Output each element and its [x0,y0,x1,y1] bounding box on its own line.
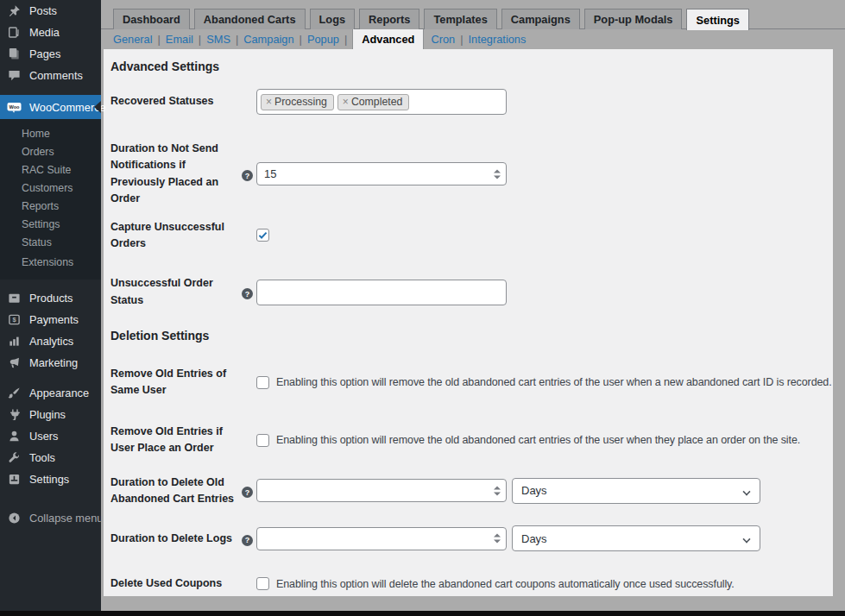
sidebar-item-tools[interactable]: Tools [0,447,101,468]
submenu-item-reports[interactable]: Reports [0,198,101,216]
section-title-advanced: Advanced Settings [110,49,816,73]
number-spinner[interactable] [494,486,501,495]
user-icon [7,430,22,443]
sidebar-item-posts[interactable]: Posts [0,0,101,22]
capture-unsuccessful-checkbox[interactable] [256,229,269,242]
pages-icon [7,47,22,61]
field-label: Capture Unsuccessful Orders [110,219,242,253]
help-icon[interactable]: ? [242,170,253,181]
subnav-separator: | [300,33,302,46]
help-icon[interactable]: ? [242,487,253,498]
field-description: Enabling this option will remove the old… [276,376,832,388]
sidebar-item-plugins[interactable]: Plugins [0,404,101,425]
subnav-advanced-active[interactable]: Advanced [352,29,424,49]
tab-abandoned-carts[interactable]: Abandoned Carts [194,9,306,29]
duration-delete-logs-input[interactable] [257,528,506,550]
submenu-item-extensions[interactable]: Extensions [0,254,101,272]
number-spinner[interactable] [494,169,501,179]
tab-reports[interactable]: Reports [359,9,419,29]
megaphone-icon [7,356,22,370]
subnav-campaign[interactable]: Campaign [243,33,293,46]
sidebar-item-label: Pages [29,47,60,60]
recovered-statuses-multiselect[interactable]: × Processing × Completed [256,89,507,115]
bar-chart-icon [7,335,22,349]
subnav-sms[interactable]: SMS [206,33,230,46]
field-recovered-statuses: Recovered Statuses × Processing × Comple… [110,89,816,115]
field-label: Duration to Not Send Notifications if Pr… [110,141,242,208]
field-remove-old-order: Remove Old Entries if User Place an Orde… [110,424,816,457]
remove-tag-icon[interactable]: × [266,96,272,108]
collapse-menu-button[interactable]: Collapse menu [0,507,101,529]
submenu-item-orders[interactable]: Orders [0,143,101,161]
field-duration-delete-logs: Duration to Delete Logs ? Days [110,525,816,551]
tab-logs[interactable]: Logs [310,9,356,29]
subnav-email[interactable]: Email [166,33,193,46]
tag-label: Processing [274,96,327,108]
sidebar-item-label: Analytics [29,335,73,348]
submenu-item-home[interactable]: Home [0,125,101,143]
tab-popup-modals[interactable]: Pop-up Modals [584,9,683,29]
duration-not-send-input[interactable] [257,163,506,185]
subnav-separator: | [158,33,161,46]
duration-delete-entries-unit-select[interactable]: Days [512,478,760,504]
tab-templates[interactable]: Templates [424,9,496,29]
sidebar-item-label: Payments [29,313,79,326]
delete-used-coupons-checkbox[interactable] [256,577,269,590]
help-icon[interactable]: ? [242,535,253,546]
sidebar-item-woocommerce[interactable]: Woo WooCommerce [0,95,101,119]
select-value: Days [521,484,547,497]
wordpress-admin: Posts Media Pages Comments Woo WooC [0,0,845,616]
sidebar-item-label: Marketing [29,356,78,369]
sidebar-item-media[interactable]: Media [0,22,101,43]
sidebar-item-products[interactable]: Products [0,287,101,309]
woocommerce-submenu: Home Orders RAC Suite Customers Reports … [0,119,101,280]
status-tag-completed: × Completed [337,94,409,110]
submenu-item-rac-suite[interactable]: RAC Suite [0,161,101,179]
sidebar-item-analytics[interactable]: Analytics [0,330,101,352]
remove-old-same-user-checkbox[interactable] [256,376,269,389]
sidebar-item-label: Products [29,292,73,305]
subnav-popup[interactable]: Popup [307,33,339,46]
subnav-integrations[interactable]: Integrations [469,33,527,46]
field-duration-delete-entries: Duration to Delete Old Abandoned Cart En… [110,475,816,508]
plugin-tab-bar: Dashboard Abandoned Carts Logs Reports T… [101,0,845,29]
unsuccessful-status-input[interactable] [256,280,507,305]
sidebar-item-appearance[interactable]: Appearance [0,382,101,404]
sidebar-item-payments[interactable]: $ Payments [0,309,101,330]
tab-settings[interactable]: Settings [686,9,748,30]
sidebar-item-settings[interactable]: Settings [0,468,101,490]
submenu-item-settings[interactable]: Settings [0,216,101,234]
collapse-arrow-icon [7,512,22,525]
payments-dollar-icon: $ [7,313,22,327]
subnav-cron[interactable]: Cron [431,33,455,46]
subnav-separator: | [236,33,238,46]
chevron-down-icon [742,487,750,495]
submenu-item-customers[interactable]: Customers [0,179,101,198]
sidebar-item-users[interactable]: Users [0,425,101,447]
remove-old-order-checkbox[interactable] [256,434,269,447]
paintbrush-icon [7,387,22,400]
tab-campaigns[interactable]: Campaigns [501,9,580,29]
tab-dashboard[interactable]: Dashboard [113,9,190,29]
svg-text:$: $ [12,316,16,324]
bottom-edge-bar [0,611,845,616]
help-icon[interactable]: ? [242,288,253,299]
sidebar-item-comments[interactable]: Comments [0,65,101,86]
field-label: Unsuccessful Order Status [110,275,242,309]
remove-tag-icon[interactable]: × [343,96,349,108]
subnav-general[interactable]: General [113,33,153,46]
submenu-item-status[interactable]: Status [0,234,101,252]
sidebar-item-label: Appearance [29,387,89,399]
current-menu-arrow [94,101,101,113]
sidebar-item-pages[interactable]: Pages [0,43,101,65]
settings-subnav: General | Email | SMS | Campaign | Popup… [101,29,845,49]
duration-delete-entries-input[interactable] [257,480,506,501]
number-spinner[interactable] [494,534,501,544]
select-value: Days [521,532,547,545]
tag-label: Completed [351,96,402,108]
duration-delete-logs-unit-select[interactable]: Days [512,525,760,551]
sidebar-item-marketing[interactable]: Marketing [0,352,101,374]
field-label: Remove Old Entries if User Place an Orde… [110,424,242,457]
woocommerce-icon: Woo [7,100,22,114]
sidebar-item-label: Tools [29,451,55,464]
